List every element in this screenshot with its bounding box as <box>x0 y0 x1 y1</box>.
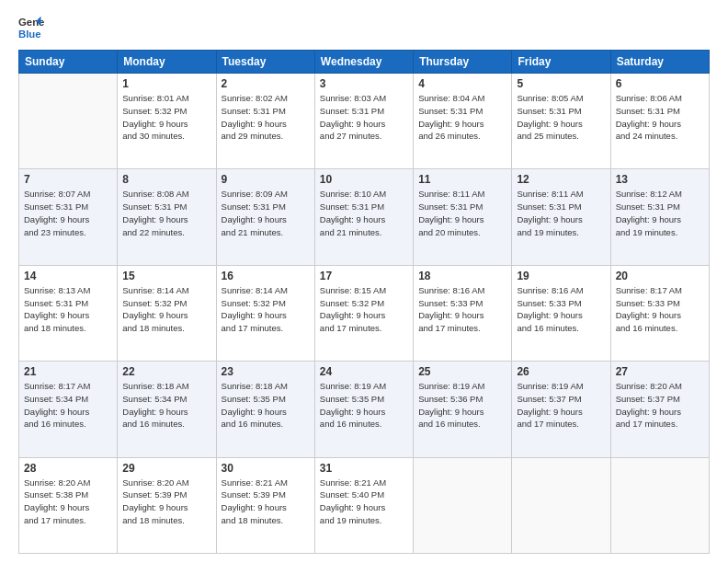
day-number: 11 <box>418 173 506 186</box>
calendar-cell: 24Sunrise: 8:19 AMSunset: 5:35 PMDayligh… <box>314 362 413 457</box>
logo: General Blue <box>18 15 48 40</box>
day-info: Sunrise: 8:16 AMSunset: 5:33 PMDaylight:… <box>418 284 506 335</box>
calendar-cell: 23Sunrise: 8:18 AMSunset: 5:35 PMDayligh… <box>216 362 314 457</box>
day-info: Sunrise: 8:13 AMSunset: 5:31 PMDaylight:… <box>24 284 112 335</box>
calendar-week-5: 28Sunrise: 8:20 AMSunset: 5:38 PMDayligh… <box>19 457 710 553</box>
day-info: Sunrise: 8:06 AMSunset: 5:31 PMDaylight:… <box>616 92 704 143</box>
day-number: 21 <box>24 365 112 378</box>
day-number: 16 <box>222 270 310 282</box>
day-info: Sunrise: 8:14 AMSunset: 5:32 PMDaylight:… <box>222 284 310 335</box>
day-info: Sunrise: 8:21 AMSunset: 5:39 PMDaylight:… <box>222 477 310 527</box>
day-number: 12 <box>517 173 605 186</box>
day-number: 1 <box>122 77 210 90</box>
svg-text:Blue: Blue <box>18 29 41 40</box>
calendar-cell: 11Sunrise: 8:11 AMSunset: 5:31 PMDayligh… <box>414 169 512 265</box>
calendar-cell: 6Sunrise: 8:06 AMSunset: 5:31 PMDaylight… <box>610 74 709 169</box>
day-info: Sunrise: 8:05 AMSunset: 5:31 PMDaylight:… <box>517 92 605 143</box>
day-number: 7 <box>24 173 112 186</box>
day-header-saturday: Saturday <box>610 51 709 74</box>
day-number: 25 <box>418 365 506 378</box>
day-info: Sunrise: 8:19 AMSunset: 5:36 PMDaylight:… <box>418 380 506 431</box>
day-info: Sunrise: 8:20 AMSunset: 5:38 PMDaylight:… <box>24 477 112 527</box>
day-number: 22 <box>122 365 210 378</box>
day-info: Sunrise: 8:18 AMSunset: 5:34 PMDaylight:… <box>122 380 210 431</box>
day-info: Sunrise: 8:18 AMSunset: 5:35 PMDaylight:… <box>222 380 310 431</box>
day-info: Sunrise: 8:01 AMSunset: 5:32 PMDaylight:… <box>122 92 210 143</box>
day-info: Sunrise: 8:17 AMSunset: 5:33 PMDaylight:… <box>616 284 704 335</box>
day-info: Sunrise: 8:04 AMSunset: 5:31 PMDaylight:… <box>418 92 506 143</box>
day-number: 15 <box>122 270 210 282</box>
day-info: Sunrise: 8:19 AMSunset: 5:35 PMDaylight:… <box>320 380 408 431</box>
day-number: 17 <box>320 270 408 282</box>
day-header-sunday: Sunday <box>19 51 118 74</box>
calendar-cell <box>414 457 512 553</box>
calendar-cell <box>19 74 118 169</box>
logo-icon: General Blue <box>18 15 44 40</box>
day-info: Sunrise: 8:11 AMSunset: 5:31 PMDaylight:… <box>418 188 506 238</box>
calendar-cell <box>512 457 610 553</box>
day-info: Sunrise: 8:20 AMSunset: 5:39 PMDaylight:… <box>122 477 210 527</box>
calendar-cell: 9Sunrise: 8:09 AMSunset: 5:31 PMDaylight… <box>216 169 314 265</box>
day-info: Sunrise: 8:19 AMSunset: 5:37 PMDaylight:… <box>517 380 605 431</box>
day-info: Sunrise: 8:14 AMSunset: 5:32 PMDaylight:… <box>122 284 210 335</box>
calendar-cell: 20Sunrise: 8:17 AMSunset: 5:33 PMDayligh… <box>610 265 709 361</box>
day-number: 8 <box>122 173 210 186</box>
day-number: 10 <box>320 173 408 186</box>
calendar-cell: 29Sunrise: 8:20 AMSunset: 5:39 PMDayligh… <box>118 457 216 553</box>
calendar-week-4: 21Sunrise: 8:17 AMSunset: 5:34 PMDayligh… <box>19 362 710 457</box>
day-number: 31 <box>320 462 408 475</box>
day-number: 19 <box>517 270 605 282</box>
day-info: Sunrise: 8:16 AMSunset: 5:33 PMDaylight:… <box>517 284 605 335</box>
day-number: 26 <box>517 365 605 378</box>
day-number: 14 <box>24 270 112 282</box>
day-number: 23 <box>222 365 310 378</box>
calendar-cell: 27Sunrise: 8:20 AMSunset: 5:37 PMDayligh… <box>610 362 709 457</box>
day-info: Sunrise: 8:12 AMSunset: 5:31 PMDaylight:… <box>616 188 704 238</box>
calendar-table: SundayMondayTuesdayWednesdayThursdayFrid… <box>18 50 710 554</box>
calendar-cell: 3Sunrise: 8:03 AMSunset: 5:31 PMDaylight… <box>314 74 413 169</box>
day-header-wednesday: Wednesday <box>314 51 413 74</box>
day-number: 9 <box>222 173 310 186</box>
day-info: Sunrise: 8:10 AMSunset: 5:31 PMDaylight:… <box>320 188 408 238</box>
page: General Blue SundayMondayTuesdayWednesda… <box>0 0 728 563</box>
calendar-cell: 7Sunrise: 8:07 AMSunset: 5:31 PMDaylight… <box>19 169 118 265</box>
calendar-cell: 14Sunrise: 8:13 AMSunset: 5:31 PMDayligh… <box>19 265 118 361</box>
day-header-monday: Monday <box>118 51 216 74</box>
calendar-cell: 22Sunrise: 8:18 AMSunset: 5:34 PMDayligh… <box>118 362 216 457</box>
day-info: Sunrise: 8:08 AMSunset: 5:31 PMDaylight:… <box>122 188 210 238</box>
day-info: Sunrise: 8:20 AMSunset: 5:37 PMDaylight:… <box>616 380 704 431</box>
day-number: 6 <box>616 77 704 90</box>
day-number: 24 <box>320 365 408 378</box>
day-info: Sunrise: 8:02 AMSunset: 5:31 PMDaylight:… <box>222 92 310 143</box>
calendar-cell <box>610 457 709 553</box>
calendar-week-3: 14Sunrise: 8:13 AMSunset: 5:31 PMDayligh… <box>19 265 710 361</box>
calendar-cell: 4Sunrise: 8:04 AMSunset: 5:31 PMDaylight… <box>414 74 512 169</box>
day-header-thursday: Thursday <box>414 51 512 74</box>
calendar-cell: 28Sunrise: 8:20 AMSunset: 5:38 PMDayligh… <box>19 457 118 553</box>
calendar-cell: 31Sunrise: 8:21 AMSunset: 5:40 PMDayligh… <box>314 457 413 553</box>
day-number: 18 <box>418 270 506 282</box>
day-info: Sunrise: 8:11 AMSunset: 5:31 PMDaylight:… <box>517 188 605 238</box>
day-info: Sunrise: 8:07 AMSunset: 5:31 PMDaylight:… <box>24 188 112 238</box>
calendar-cell: 8Sunrise: 8:08 AMSunset: 5:31 PMDaylight… <box>118 169 216 265</box>
day-info: Sunrise: 8:17 AMSunset: 5:34 PMDaylight:… <box>24 380 112 431</box>
calendar-cell: 25Sunrise: 8:19 AMSunset: 5:36 PMDayligh… <box>414 362 512 457</box>
calendar-header-row: SundayMondayTuesdayWednesdayThursdayFrid… <box>19 51 710 74</box>
day-number: 30 <box>222 462 310 475</box>
day-info: Sunrise: 8:03 AMSunset: 5:31 PMDaylight:… <box>320 92 408 143</box>
calendar-cell: 12Sunrise: 8:11 AMSunset: 5:31 PMDayligh… <box>512 169 610 265</box>
calendar-week-2: 7Sunrise: 8:07 AMSunset: 5:31 PMDaylight… <box>19 169 710 265</box>
day-header-friday: Friday <box>512 51 610 74</box>
calendar-cell: 26Sunrise: 8:19 AMSunset: 5:37 PMDayligh… <box>512 362 610 457</box>
calendar-week-1: 1Sunrise: 8:01 AMSunset: 5:32 PMDaylight… <box>19 74 710 169</box>
day-number: 29 <box>122 462 210 475</box>
calendar-cell: 15Sunrise: 8:14 AMSunset: 5:32 PMDayligh… <box>118 265 216 361</box>
day-info: Sunrise: 8:21 AMSunset: 5:40 PMDaylight:… <box>320 477 408 527</box>
calendar-cell: 1Sunrise: 8:01 AMSunset: 5:32 PMDaylight… <box>118 74 216 169</box>
calendar-cell: 17Sunrise: 8:15 AMSunset: 5:32 PMDayligh… <box>314 265 413 361</box>
day-number: 4 <box>418 77 506 90</box>
day-number: 28 <box>24 462 112 475</box>
calendar-cell: 10Sunrise: 8:10 AMSunset: 5:31 PMDayligh… <box>314 169 413 265</box>
day-number: 3 <box>320 77 408 90</box>
calendar-cell: 18Sunrise: 8:16 AMSunset: 5:33 PMDayligh… <box>414 265 512 361</box>
